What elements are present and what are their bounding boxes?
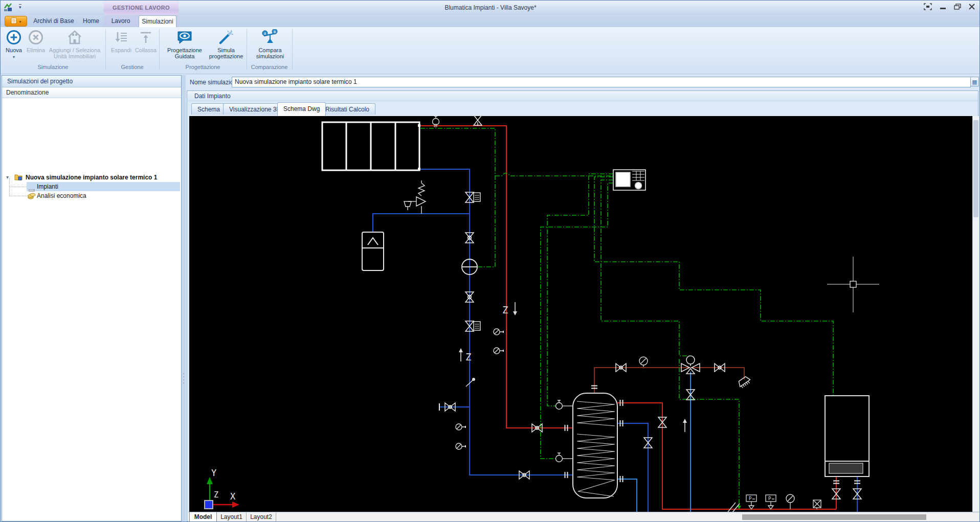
collassa-button[interactable]: Collassa: [133, 29, 158, 53]
quick-access-dropdown[interactable]: ▾: [19, 4, 21, 10]
tab-lavoro[interactable]: Lavoro: [108, 15, 133, 27]
vertical-scrollbar[interactable]: [972, 116, 979, 512]
storage-tank: [573, 393, 617, 498]
lower-coil: [577, 434, 615, 496]
main-panel: Nome simulazione Nuova simulazione impia…: [186, 75, 980, 522]
drain-cock: [456, 443, 465, 449]
coins-icon: [28, 192, 36, 202]
svg-text:Z: Z: [502, 304, 508, 315]
espandi-button[interactable]: Espandi: [109, 29, 133, 53]
tab-home[interactable]: Home: [79, 15, 103, 27]
tank-temp-sensor-upper: [556, 400, 573, 410]
motorized-valve-1: [465, 192, 480, 202]
simulation-name-input[interactable]: Nuova simulazione impianto solare termic…: [232, 77, 971, 87]
solar-collector-array: [322, 122, 419, 170]
title-bar: ▾ GESTIONE LAVORO Blumatica Impianti - V…: [1, 1, 980, 15]
svg-text:B: B: [274, 30, 276, 34]
drain-cock: [494, 348, 503, 354]
dhw-pipe-dark-red: [594, 368, 744, 393]
svg-text:P: P: [768, 496, 771, 501]
app-icon[interactable]: [4, 3, 12, 14]
nuova-button[interactable]: Nuova ▾: [3, 29, 25, 59]
tab-risultati-calcolo[interactable]: Risultati Calcolo: [319, 103, 375, 115]
tab-schema-dwg[interactable]: Schema Dwg: [277, 102, 326, 116]
eye-bubble-icon: [163, 29, 206, 47]
restore-button[interactable]: [951, 3, 964, 12]
tree-item-label: Analisi economica: [37, 191, 86, 200]
group-label-comparazione: Comparazione: [247, 64, 292, 70]
tab-archivi-di-base[interactable]: Archivi di Base: [32, 15, 75, 27]
balance-scale-icon: A B: [250, 29, 290, 47]
sidebar-title: Simulazioni del progetto: [2, 76, 181, 87]
upper-coil: [577, 401, 615, 426]
pipe-break-symbol: [726, 503, 740, 512]
tab-layout2[interactable]: Layout2: [247, 512, 276, 522]
cold-feed-pipe-cyan: [617, 372, 691, 512]
fullscreen-button[interactable]: [921, 3, 934, 12]
column-header-denominazione[interactable]: Denominazione: [2, 87, 181, 98]
svg-text:Z: Z: [465, 351, 471, 362]
tab-schema[interactable]: Schema: [191, 103, 226, 115]
check-valve: [466, 378, 475, 387]
group-label-progettazione: Progettazione: [159, 64, 247, 70]
pressure-switch-2: P: [766, 495, 776, 509]
collapse-all-icon: [133, 29, 158, 47]
crosshair-cursor: [827, 257, 879, 312]
flow-direction-arrow: [683, 419, 687, 432]
horizontal-scrollbar-thumb[interactable]: [742, 514, 926, 520]
group-label-gestione: Gestione: [105, 64, 159, 70]
magic-wand-icon: [206, 29, 246, 47]
layout-tab-bar: Model Layout1 Layout2: [188, 512, 979, 522]
air-vent-valve: [474, 116, 482, 126]
progettazione-guidata-button[interactable]: Progettazione Guidata: [163, 29, 206, 59]
tab-model[interactable]: Model: [189, 512, 217, 522]
ribbon: Nuova ▾ Elimina Aggiungi / Seleziona Uni…: [1, 27, 980, 74]
elimina-button[interactable]: Elimina: [25, 29, 47, 53]
ribbon-separator: [292, 29, 293, 70]
solar-return-pipe-blue: [373, 169, 857, 512]
drain-cock: [494, 329, 503, 335]
compara-simulazioni-button[interactable]: A B Compara simulazioni: [250, 29, 290, 59]
dwg-canvas[interactable]: Z Z: [189, 116, 972, 512]
drain-cock: [456, 424, 465, 430]
grid-view-button[interactable]: ▦: [970, 77, 979, 86]
mixing-valve: [681, 356, 700, 374]
motorized-valve-2: [465, 321, 480, 331]
svg-text:X: X: [230, 491, 236, 502]
svg-text:P: P: [749, 496, 752, 501]
project-simulations-panel: Simulazioni del progetto Denominazione ▾…: [2, 75, 182, 521]
tab-simulazioni[interactable]: Simulazioni: [139, 15, 176, 27]
svg-text:Z: Z: [214, 490, 218, 500]
aggiungi-seleziona-button[interactable]: Aggiungi / Seleziona Unità Immobiliari: [48, 29, 102, 59]
pressure-switch-1: P: [746, 495, 756, 509]
tree-item-impianti[interactable]: Impianti: [2, 182, 181, 191]
vertical-scrollbar-thumb[interactable]: [973, 120, 978, 217]
delete-circle-icon: [25, 29, 47, 47]
group-label-simulazione: Simulazione: [1, 64, 105, 70]
svg-text:Y: Y: [211, 468, 216, 478]
tab-layout1[interactable]: Layout1: [217, 512, 247, 522]
chevron-down-icon[interactable]: ▾: [6, 173, 9, 182]
panel-splitter[interactable]: [182, 75, 186, 521]
close-button[interactable]: [965, 3, 978, 12]
tree-root-row[interactable]: ▾ Nuova simulazione impianto solare term…: [2, 173, 181, 182]
application-window: ▾ GESTIONE LAVORO Blumatica Impianti - V…: [0, 0, 980, 522]
junction-box: [813, 500, 821, 509]
tree-item-label: Impianti: [37, 182, 58, 191]
tank-temp-sensor-lower: [556, 453, 573, 462]
nuova-dropdown-arrow: ▾: [13, 55, 15, 59]
safety-valve-group: [404, 180, 426, 214]
file-menu-button[interactable]: ▾: [5, 16, 27, 27]
minimize-button[interactable]: [937, 3, 950, 12]
riser-down-symbol: Z: [502, 302, 517, 315]
contextual-tab-group: GESTIONE LAVORO: [104, 1, 179, 15]
add-circle-icon: [3, 29, 25, 47]
shower-outlet: [737, 375, 751, 389]
simula-progettazione-button[interactable]: Simula progettazione: [206, 29, 246, 59]
expand-all-icon: [109, 29, 133, 47]
tree-item-analisi-economica[interactable]: Analisi economica: [2, 191, 181, 200]
collector-flow-sensor: [433, 116, 439, 127]
pressure-gauge-bottom: [786, 494, 794, 509]
house-icon: [48, 29, 102, 47]
ucs-icon: Y X Z: [205, 468, 239, 509]
